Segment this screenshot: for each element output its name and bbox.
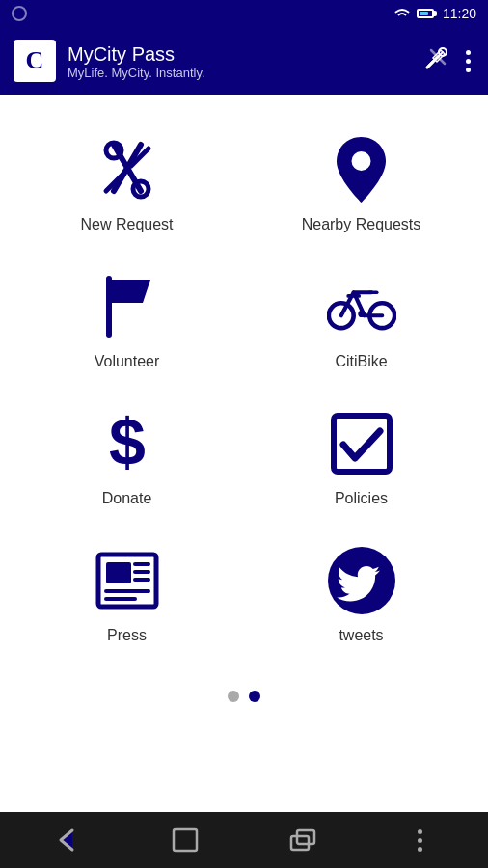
- svg-point-16: [358, 311, 365, 317]
- home-button[interactable]: [161, 821, 209, 859]
- grid-item-donate[interactable]: $ Donate: [10, 388, 244, 525]
- wifi-icon: [393, 7, 411, 20]
- grid-item-policies[interactable]: Policies: [244, 388, 478, 525]
- bottom-navigation: [0, 812, 488, 868]
- svg-rect-11: [106, 276, 112, 338]
- back-button[interactable]: [44, 821, 93, 859]
- new-request-label: New Request: [80, 216, 173, 233]
- grid-item-volunteer[interactable]: Volunteer: [10, 251, 244, 388]
- checkbox-icon: [327, 409, 396, 478]
- svg-rect-20: [106, 562, 131, 583]
- pagination: [228, 662, 260, 721]
- header-text: MyCity Pass MyLife. MyCity. Instantly.: [68, 42, 412, 80]
- tools-icon: [93, 135, 162, 204]
- policies-label: Policies: [335, 490, 388, 507]
- status-bar: 11:20: [0, 0, 488, 27]
- main-content: New Request Nearby Requests Volunteer: [0, 95, 488, 731]
- signal-icon: [12, 6, 27, 21]
- twitter-icon: [327, 546, 396, 615]
- app-logo: C: [14, 40, 56, 82]
- newspaper-icon: [93, 546, 162, 615]
- bike-icon: [327, 272, 396, 341]
- dollar-icon: $: [93, 409, 162, 478]
- status-bar-right: 11:20: [393, 6, 476, 21]
- menu-grid: New Request Nearby Requests Volunteer: [10, 114, 478, 662]
- svg-rect-27: [174, 829, 197, 851]
- pagination-dot-2[interactable]: [249, 691, 260, 702]
- grid-item-tweets[interactable]: tweets: [244, 525, 478, 662]
- svg-point-6: [106, 143, 122, 158]
- svg-text:$: $: [109, 409, 146, 478]
- nearby-requests-label: Nearby Requests: [302, 216, 421, 233]
- grid-item-citibike[interactable]: CitiBike: [244, 251, 478, 388]
- grid-item-nearby-requests[interactable]: Nearby Requests: [244, 114, 478, 251]
- tools-icon[interactable]: [423, 46, 448, 75]
- tweets-label: tweets: [339, 627, 383, 644]
- pin-icon: [327, 135, 396, 204]
- header-actions: [423, 46, 474, 75]
- pagination-dot-1[interactable]: [228, 691, 239, 702]
- flag-icon: [93, 272, 162, 341]
- grid-item-press[interactable]: Press: [10, 525, 244, 662]
- grid-item-new-request[interactable]: New Request: [10, 114, 244, 251]
- press-label: Press: [107, 627, 147, 644]
- battery-icon: [417, 9, 437, 18]
- volunteer-label: Volunteer: [95, 353, 160, 370]
- citibike-label: CitiBike: [335, 353, 387, 370]
- recents-button[interactable]: [279, 821, 327, 859]
- donate-label: Donate: [102, 490, 152, 507]
- logo-letter: C: [26, 46, 44, 75]
- app-subtitle: MyLife. MyCity. Instantly.: [68, 66, 412, 80]
- menu-icon[interactable]: [462, 48, 474, 74]
- app-header: C MyCity Pass MyLife. MyCity. Instantly.: [0, 27, 488, 95]
- svg-point-10: [352, 151, 371, 171]
- status-bar-left: [12, 6, 27, 21]
- app-title: MyCity Pass: [68, 42, 412, 66]
- nav-menu-button[interactable]: [395, 821, 444, 859]
- status-time: 11:20: [443, 6, 476, 21]
